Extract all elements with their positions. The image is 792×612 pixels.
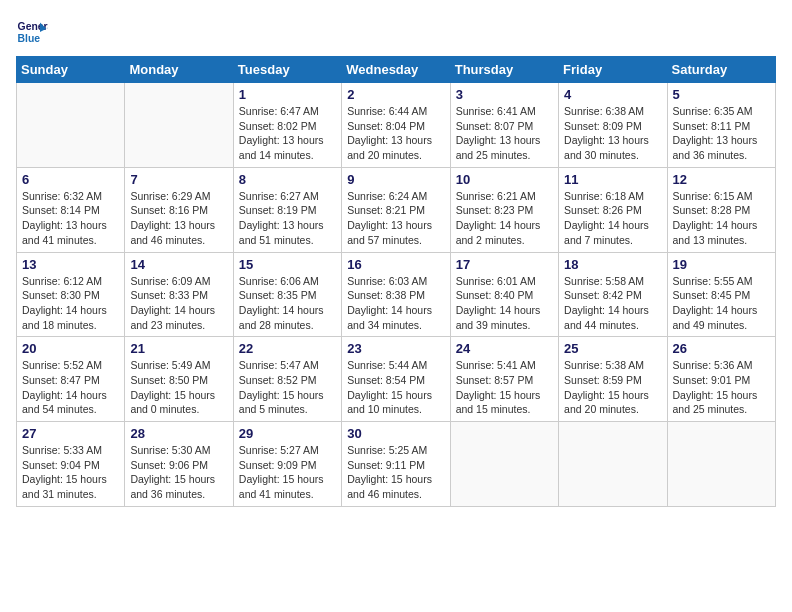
calendar-cell: 28Sunrise: 5:30 AM Sunset: 9:06 PM Dayli… bbox=[125, 422, 233, 507]
weekday-thursday: Thursday bbox=[450, 57, 558, 83]
calendar-cell: 26Sunrise: 5:36 AM Sunset: 9:01 PM Dayli… bbox=[667, 337, 775, 422]
calendar-cell: 17Sunrise: 6:01 AM Sunset: 8:40 PM Dayli… bbox=[450, 252, 558, 337]
day-info: Sunrise: 6:03 AM Sunset: 8:38 PM Dayligh… bbox=[347, 274, 444, 333]
weekday-tuesday: Tuesday bbox=[233, 57, 341, 83]
day-info: Sunrise: 5:49 AM Sunset: 8:50 PM Dayligh… bbox=[130, 358, 227, 417]
day-info: Sunrise: 5:47 AM Sunset: 8:52 PM Dayligh… bbox=[239, 358, 336, 417]
calendar-cell bbox=[125, 83, 233, 168]
day-number: 10 bbox=[456, 172, 553, 187]
day-info: Sunrise: 6:27 AM Sunset: 8:19 PM Dayligh… bbox=[239, 189, 336, 248]
calendar-cell: 7Sunrise: 6:29 AM Sunset: 8:16 PM Daylig… bbox=[125, 167, 233, 252]
calendar-cell: 6Sunrise: 6:32 AM Sunset: 8:14 PM Daylig… bbox=[17, 167, 125, 252]
week-row-2: 6Sunrise: 6:32 AM Sunset: 8:14 PM Daylig… bbox=[17, 167, 776, 252]
day-number: 26 bbox=[673, 341, 770, 356]
day-info: Sunrise: 5:52 AM Sunset: 8:47 PM Dayligh… bbox=[22, 358, 119, 417]
calendar-cell bbox=[559, 422, 667, 507]
calendar-cell: 18Sunrise: 5:58 AM Sunset: 8:42 PM Dayli… bbox=[559, 252, 667, 337]
day-info: Sunrise: 5:58 AM Sunset: 8:42 PM Dayligh… bbox=[564, 274, 661, 333]
day-info: Sunrise: 5:33 AM Sunset: 9:04 PM Dayligh… bbox=[22, 443, 119, 502]
weekday-monday: Monday bbox=[125, 57, 233, 83]
day-number: 5 bbox=[673, 87, 770, 102]
weekday-sunday: Sunday bbox=[17, 57, 125, 83]
day-info: Sunrise: 6:06 AM Sunset: 8:35 PM Dayligh… bbox=[239, 274, 336, 333]
day-info: Sunrise: 5:55 AM Sunset: 8:45 PM Dayligh… bbox=[673, 274, 770, 333]
day-number: 11 bbox=[564, 172, 661, 187]
week-row-5: 27Sunrise: 5:33 AM Sunset: 9:04 PM Dayli… bbox=[17, 422, 776, 507]
day-info: Sunrise: 5:38 AM Sunset: 8:59 PM Dayligh… bbox=[564, 358, 661, 417]
week-row-3: 13Sunrise: 6:12 AM Sunset: 8:30 PM Dayli… bbox=[17, 252, 776, 337]
calendar-cell: 12Sunrise: 6:15 AM Sunset: 8:28 PM Dayli… bbox=[667, 167, 775, 252]
calendar-table: SundayMondayTuesdayWednesdayThursdayFrid… bbox=[16, 56, 776, 507]
day-info: Sunrise: 6:47 AM Sunset: 8:02 PM Dayligh… bbox=[239, 104, 336, 163]
day-number: 27 bbox=[22, 426, 119, 441]
day-number: 21 bbox=[130, 341, 227, 356]
day-number: 25 bbox=[564, 341, 661, 356]
calendar-cell: 8Sunrise: 6:27 AM Sunset: 8:19 PM Daylig… bbox=[233, 167, 341, 252]
calendar-cell: 20Sunrise: 5:52 AM Sunset: 8:47 PM Dayli… bbox=[17, 337, 125, 422]
day-info: Sunrise: 6:01 AM Sunset: 8:40 PM Dayligh… bbox=[456, 274, 553, 333]
day-info: Sunrise: 6:12 AM Sunset: 8:30 PM Dayligh… bbox=[22, 274, 119, 333]
day-info: Sunrise: 6:21 AM Sunset: 8:23 PM Dayligh… bbox=[456, 189, 553, 248]
svg-text:Blue: Blue bbox=[18, 33, 41, 44]
calendar-cell bbox=[667, 422, 775, 507]
week-row-4: 20Sunrise: 5:52 AM Sunset: 8:47 PM Dayli… bbox=[17, 337, 776, 422]
day-number: 13 bbox=[22, 257, 119, 272]
day-info: Sunrise: 6:41 AM Sunset: 8:07 PM Dayligh… bbox=[456, 104, 553, 163]
calendar-cell: 22Sunrise: 5:47 AM Sunset: 8:52 PM Dayli… bbox=[233, 337, 341, 422]
day-number: 7 bbox=[130, 172, 227, 187]
calendar-cell: 10Sunrise: 6:21 AM Sunset: 8:23 PM Dayli… bbox=[450, 167, 558, 252]
week-row-1: 1Sunrise: 6:47 AM Sunset: 8:02 PM Daylig… bbox=[17, 83, 776, 168]
day-number: 8 bbox=[239, 172, 336, 187]
calendar-cell: 4Sunrise: 6:38 AM Sunset: 8:09 PM Daylig… bbox=[559, 83, 667, 168]
day-info: Sunrise: 5:27 AM Sunset: 9:09 PM Dayligh… bbox=[239, 443, 336, 502]
day-number: 18 bbox=[564, 257, 661, 272]
day-number: 30 bbox=[347, 426, 444, 441]
calendar-cell: 21Sunrise: 5:49 AM Sunset: 8:50 PM Dayli… bbox=[125, 337, 233, 422]
day-info: Sunrise: 5:30 AM Sunset: 9:06 PM Dayligh… bbox=[130, 443, 227, 502]
calendar-cell: 15Sunrise: 6:06 AM Sunset: 8:35 PM Dayli… bbox=[233, 252, 341, 337]
day-info: Sunrise: 6:09 AM Sunset: 8:33 PM Dayligh… bbox=[130, 274, 227, 333]
calendar-cell: 27Sunrise: 5:33 AM Sunset: 9:04 PM Dayli… bbox=[17, 422, 125, 507]
day-number: 4 bbox=[564, 87, 661, 102]
weekday-saturday: Saturday bbox=[667, 57, 775, 83]
day-number: 1 bbox=[239, 87, 336, 102]
weekday-friday: Friday bbox=[559, 57, 667, 83]
calendar-cell: 1Sunrise: 6:47 AM Sunset: 8:02 PM Daylig… bbox=[233, 83, 341, 168]
day-info: Sunrise: 5:44 AM Sunset: 8:54 PM Dayligh… bbox=[347, 358, 444, 417]
calendar-cell: 23Sunrise: 5:44 AM Sunset: 8:54 PM Dayli… bbox=[342, 337, 450, 422]
day-number: 12 bbox=[673, 172, 770, 187]
weekday-header-row: SundayMondayTuesdayWednesdayThursdayFrid… bbox=[17, 57, 776, 83]
calendar-cell: 2Sunrise: 6:44 AM Sunset: 8:04 PM Daylig… bbox=[342, 83, 450, 168]
day-info: Sunrise: 6:44 AM Sunset: 8:04 PM Dayligh… bbox=[347, 104, 444, 163]
calendar-cell: 19Sunrise: 5:55 AM Sunset: 8:45 PM Dayli… bbox=[667, 252, 775, 337]
calendar-cell: 14Sunrise: 6:09 AM Sunset: 8:33 PM Dayli… bbox=[125, 252, 233, 337]
day-info: Sunrise: 6:18 AM Sunset: 8:26 PM Dayligh… bbox=[564, 189, 661, 248]
day-number: 20 bbox=[22, 341, 119, 356]
day-number: 22 bbox=[239, 341, 336, 356]
logo: General Blue bbox=[16, 16, 52, 48]
calendar-cell: 5Sunrise: 6:35 AM Sunset: 8:11 PM Daylig… bbox=[667, 83, 775, 168]
day-number: 16 bbox=[347, 257, 444, 272]
day-info: Sunrise: 6:35 AM Sunset: 8:11 PM Dayligh… bbox=[673, 104, 770, 163]
day-info: Sunrise: 6:24 AM Sunset: 8:21 PM Dayligh… bbox=[347, 189, 444, 248]
day-info: Sunrise: 6:32 AM Sunset: 8:14 PM Dayligh… bbox=[22, 189, 119, 248]
day-info: Sunrise: 5:41 AM Sunset: 8:57 PM Dayligh… bbox=[456, 358, 553, 417]
day-number: 2 bbox=[347, 87, 444, 102]
day-number: 9 bbox=[347, 172, 444, 187]
calendar-cell: 24Sunrise: 5:41 AM Sunset: 8:57 PM Dayli… bbox=[450, 337, 558, 422]
day-number: 28 bbox=[130, 426, 227, 441]
calendar-cell bbox=[17, 83, 125, 168]
day-info: Sunrise: 5:25 AM Sunset: 9:11 PM Dayligh… bbox=[347, 443, 444, 502]
day-number: 23 bbox=[347, 341, 444, 356]
day-info: Sunrise: 6:38 AM Sunset: 8:09 PM Dayligh… bbox=[564, 104, 661, 163]
calendar-cell: 11Sunrise: 6:18 AM Sunset: 8:26 PM Dayli… bbox=[559, 167, 667, 252]
weekday-wednesday: Wednesday bbox=[342, 57, 450, 83]
day-number: 15 bbox=[239, 257, 336, 272]
day-info: Sunrise: 5:36 AM Sunset: 9:01 PM Dayligh… bbox=[673, 358, 770, 417]
calendar-cell bbox=[450, 422, 558, 507]
calendar-cell: 9Sunrise: 6:24 AM Sunset: 8:21 PM Daylig… bbox=[342, 167, 450, 252]
day-number: 17 bbox=[456, 257, 553, 272]
day-number: 19 bbox=[673, 257, 770, 272]
day-number: 14 bbox=[130, 257, 227, 272]
calendar-cell: 16Sunrise: 6:03 AM Sunset: 8:38 PM Dayli… bbox=[342, 252, 450, 337]
